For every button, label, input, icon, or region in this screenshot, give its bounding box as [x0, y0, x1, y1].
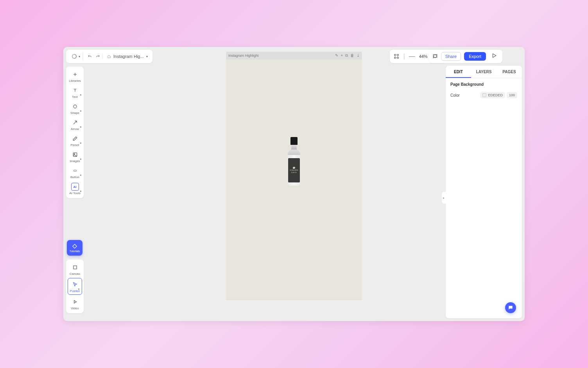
redo-icon[interactable] [96, 54, 100, 59]
tab-layers[interactable]: LAYERS [471, 66, 497, 78]
add-icon[interactable]: + [341, 53, 343, 58]
tool-ai-tools[interactable]: AI AI Tools [66, 180, 84, 197]
pointer-icon [71, 281, 79, 289]
top-left-bar: ▾ Instagram Hig... ▾ [66, 50, 152, 63]
color-swatch-icon [482, 93, 486, 97]
image-icon [71, 151, 79, 159]
tool-text[interactable]: Text [66, 84, 84, 100]
tool-images[interactable]: Images [66, 148, 84, 164]
tutorials-button[interactable]: Tutorials [67, 240, 82, 256]
download-icon[interactable]: ⤓ [357, 53, 360, 58]
tab-pages[interactable]: PAGES [497, 66, 522, 78]
color-controls: EDEDED 100 [480, 92, 517, 98]
app-frame: ▾ Instagram Hig... ▾ Libraries Text Shap… [63, 47, 525, 321]
opacity-input[interactable]: 100 [507, 92, 517, 98]
edit-icon[interactable]: ✎ [335, 53, 338, 58]
tool-shape[interactable]: Shape [66, 100, 84, 116]
text-icon [71, 87, 79, 94]
chevron-down-icon: ▾ [146, 55, 148, 58]
zoom-out-icon[interactable]: — [409, 53, 415, 60]
chat-icon [508, 305, 513, 310]
product-bottle-image[interactable]: EXTRA VIRGIN OLIVE OIL [287, 137, 301, 188]
arrow-icon [71, 119, 79, 126]
color-label: Color [450, 93, 460, 97]
left-toolbar: Libraries Text Shape Arrow Pencil Images [66, 67, 84, 198]
logo-menu-button[interactable]: ▾ [69, 52, 83, 61]
comment-icon[interactable] [432, 54, 438, 59]
panel-tabs: EDIT LAYERS PAGES [446, 66, 522, 78]
canvas-header-actions: ✎ + ⧉ 🗑 ⤓ [335, 53, 360, 58]
play-icon [491, 53, 497, 58]
section-title: Page Background [450, 82, 517, 87]
pencil-icon [71, 135, 79, 143]
svg-point-1 [73, 105, 76, 108]
left-toolbar-bottom: Canvas Pointer Video [66, 260, 84, 313]
canvas-area: Instagram Highlight ✎ + ⧉ 🗑 ⤓ EXTRA VIRG… [226, 52, 362, 300]
document-name-text: Instagram Hig... [113, 54, 144, 59]
ai-icon: AI [71, 183, 79, 191]
svg-rect-4 [74, 170, 77, 171]
frame-icon[interactable] [394, 54, 399, 59]
tab-edit[interactable]: EDIT [446, 66, 471, 78]
plus-icon [71, 70, 79, 78]
play-button[interactable] [489, 51, 499, 61]
tool-libraries[interactable]: Libraries [66, 68, 84, 84]
right-panel: EDIT LAYERS PAGES Page Background Color … [446, 66, 522, 318]
canvas-icon [71, 263, 79, 271]
video-icon [71, 298, 79, 306]
undo-icon[interactable] [88, 54, 92, 59]
document-name-dropdown[interactable]: Instagram Hig... ▾ [105, 54, 149, 59]
logo-icon [72, 54, 77, 59]
undo-redo-group [85, 54, 103, 59]
panel-collapse-toggle[interactable]: ▸ [442, 192, 446, 204]
canvas-title: Instagram Highlight [228, 54, 259, 58]
diamond-icon [72, 244, 78, 249]
tool-pencil[interactable]: Pencil [66, 132, 84, 148]
tool-button[interactable]: Button [66, 164, 84, 180]
circle-icon [71, 103, 79, 110]
svg-point-3 [74, 153, 75, 154]
copy-icon[interactable]: ⧉ [345, 53, 348, 58]
chat-help-button[interactable] [505, 302, 516, 313]
tool-pointer[interactable]: Pointer [68, 278, 82, 295]
tool-canvas[interactable]: Canvas [66, 261, 84, 277]
top-right-actions: Share Export [429, 50, 502, 63]
delete-icon[interactable]: 🗑 [350, 53, 354, 58]
canvas-body[interactable]: EXTRA VIRGIN OLIVE OIL [226, 60, 362, 300]
share-button[interactable]: Share [441, 52, 461, 61]
cloud-icon [107, 54, 111, 59]
export-button[interactable]: Export [464, 52, 486, 61]
tool-video[interactable]: Video [66, 296, 84, 312]
canvas-header: Instagram Highlight ✎ + ⧉ 🗑 ⤓ [226, 52, 362, 60]
zoom-value[interactable]: 44% [419, 54, 428, 59]
svg-rect-6 [395, 55, 398, 58]
panel-section-background: Page Background Color EDEDED 100 [446, 78, 522, 102]
color-hex-input[interactable]: EDEDED [480, 92, 505, 98]
chevron-down-icon: ▾ [79, 55, 80, 58]
color-row: Color EDEDED 100 [450, 92, 517, 98]
svg-rect-5 [73, 266, 76, 269]
tool-arrow[interactable]: Arrow [66, 116, 84, 132]
button-icon [71, 167, 79, 175]
